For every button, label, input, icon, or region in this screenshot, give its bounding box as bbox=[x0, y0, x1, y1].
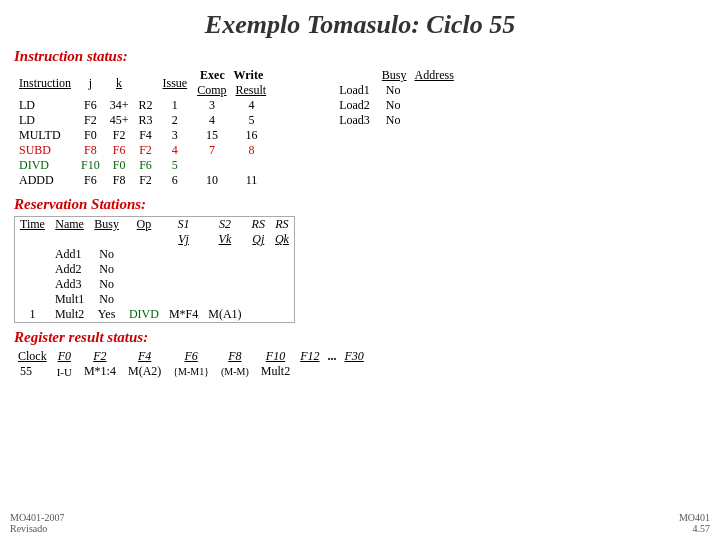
instr-exec: 7 bbox=[192, 143, 232, 158]
instr-name: DIVD bbox=[14, 158, 76, 173]
reg-col-f2: F2 bbox=[78, 349, 122, 364]
reg-col-f12: F12 bbox=[296, 349, 323, 364]
reg-col-f8: F8 bbox=[215, 349, 255, 364]
rs-qk bbox=[270, 262, 295, 277]
rs-busy: No bbox=[89, 262, 124, 277]
instr-reg: R3 bbox=[133, 113, 157, 128]
rs-vk bbox=[203, 262, 246, 277]
instr-j: F8 bbox=[76, 143, 105, 158]
table-row: MULTD F0 F2 F4 3 15 16 bbox=[14, 128, 271, 143]
rs-vj: M*F4 bbox=[164, 307, 203, 323]
reg-f10 bbox=[296, 364, 323, 379]
load-store-area: Busy Address Load1 No Load2 No bbox=[331, 68, 458, 188]
instruction-status-title: Instruction status: bbox=[14, 48, 706, 65]
instr-exec: 3 bbox=[192, 98, 232, 113]
ls-col-address: Address bbox=[411, 68, 458, 83]
rs-subheader-qj: Qj bbox=[247, 232, 270, 247]
rs-time: 1 bbox=[15, 307, 50, 323]
table-row: Add1 No bbox=[15, 247, 295, 262]
reg-col-ellipsis: ... bbox=[323, 349, 340, 364]
rs-qj bbox=[247, 247, 270, 262]
instr-write: 16 bbox=[232, 128, 272, 143]
ls-name: Load2 bbox=[331, 98, 378, 113]
rs-op bbox=[124, 292, 164, 307]
instr-reg: R2 bbox=[133, 98, 157, 113]
rs-subheader-name bbox=[50, 232, 89, 247]
footer-right: MO401 4.57 bbox=[679, 512, 710, 534]
table-row: Load3 No bbox=[331, 113, 458, 128]
rs-name: Mult2 bbox=[50, 307, 89, 323]
rs-qk bbox=[270, 277, 295, 292]
col-header-k: k bbox=[105, 68, 134, 98]
instr-k: 45+ bbox=[105, 113, 134, 128]
reg-f2: M(A2) bbox=[122, 364, 167, 379]
table-row: 55 I-U M*1:4 M(A2) {M-M1} (M-M) Mult2 bbox=[14, 364, 368, 379]
rs-busy: No bbox=[89, 277, 124, 292]
instr-exec: 4 bbox=[192, 113, 232, 128]
instr-k: F0 bbox=[105, 158, 134, 173]
ls-name: Load1 bbox=[331, 83, 378, 98]
reg-ellipsis bbox=[323, 364, 340, 379]
instr-j: F10 bbox=[76, 158, 105, 173]
table-row: LD F2 45+ R3 2 4 5 bbox=[14, 113, 271, 128]
rs-name: Add3 bbox=[50, 277, 89, 292]
instr-name: MULTD bbox=[14, 128, 76, 143]
instruction-table: Instruction j k Issue Exec Write bbox=[14, 68, 271, 188]
col-header-issue: Issue bbox=[157, 68, 192, 98]
col-header-issue-reg bbox=[133, 68, 157, 98]
instr-issue: 3 bbox=[157, 128, 192, 143]
instr-reg: F6 bbox=[133, 158, 157, 173]
rs-col-busy: Busy bbox=[89, 217, 124, 233]
rs-col-s1-header: S1 bbox=[164, 217, 203, 233]
instr-name: SUBD bbox=[14, 143, 76, 158]
reg-col-f30: F30 bbox=[340, 349, 367, 364]
rs-name: Mult1 bbox=[50, 292, 89, 307]
instr-reg: F2 bbox=[133, 173, 157, 188]
col-header-j: j bbox=[76, 68, 105, 98]
rs-qk bbox=[270, 307, 295, 323]
col-header-instruction: Instruction bbox=[14, 68, 76, 98]
instr-write: 11 bbox=[232, 173, 272, 188]
instruction-status-section: Instruction status: Instruction j k Issu… bbox=[14, 48, 706, 188]
rs-vj bbox=[164, 247, 203, 262]
instr-j: F2 bbox=[76, 113, 105, 128]
rs-col-rs2-header: RS bbox=[270, 217, 295, 233]
ls-busy: No bbox=[378, 83, 411, 98]
footer-right-line1: MO401 bbox=[679, 512, 710, 523]
instr-j: F6 bbox=[76, 173, 105, 188]
col-header-exec-write: Exec Write Comp Result bbox=[192, 68, 271, 98]
reservation-stations-title: Reservation Stations: bbox=[14, 196, 706, 213]
rs-table: Time Name Busy Op S1 S2 RS RS Vj Vk Qj bbox=[14, 216, 295, 323]
rs-op bbox=[124, 277, 164, 292]
rs-subheader-vk: Vk bbox=[203, 232, 246, 247]
register-result-title: Register result status: bbox=[14, 329, 706, 346]
instr-issue: 1 bbox=[157, 98, 192, 113]
instr-issue: 6 bbox=[157, 173, 192, 188]
rs-busy: Yes bbox=[89, 307, 124, 323]
footer-left: MO401-2007 Revisado bbox=[10, 512, 64, 534]
instr-exec bbox=[192, 158, 232, 173]
rs-time bbox=[15, 292, 50, 307]
instr-k: 34+ bbox=[105, 98, 134, 113]
rs-name: Add2 bbox=[50, 262, 89, 277]
rs-vj bbox=[164, 277, 203, 292]
reg-f4: {M-M1} bbox=[167, 364, 215, 379]
rs-op: DIVD bbox=[124, 307, 164, 323]
table-row: 1 Mult2 Yes DIVD M*F4 M(A1) bbox=[15, 307, 295, 323]
footer-left-line2: Revisado bbox=[10, 523, 64, 534]
footer-left-line1: MO401-2007 bbox=[10, 512, 64, 523]
rs-op bbox=[124, 247, 164, 262]
page: Exemplo Tomasulo: Ciclo 55 Instruction s… bbox=[0, 0, 720, 540]
instr-issue: 5 bbox=[157, 158, 192, 173]
reg-clock-extra: I-U bbox=[51, 364, 78, 379]
page-title: Exemplo Tomasulo: Ciclo 55 bbox=[14, 10, 706, 40]
table-row: Add2 No bbox=[15, 262, 295, 277]
reg-f30 bbox=[340, 364, 367, 379]
rs-subheader-time bbox=[15, 232, 50, 247]
rs-col-op: Op bbox=[124, 217, 164, 233]
rs-time bbox=[15, 277, 50, 292]
rs-vk bbox=[203, 292, 246, 307]
rs-subheader-qk: Qk bbox=[270, 232, 295, 247]
reg-clock: 55 bbox=[14, 364, 51, 379]
rs-subheader-vj: Vj bbox=[164, 232, 203, 247]
